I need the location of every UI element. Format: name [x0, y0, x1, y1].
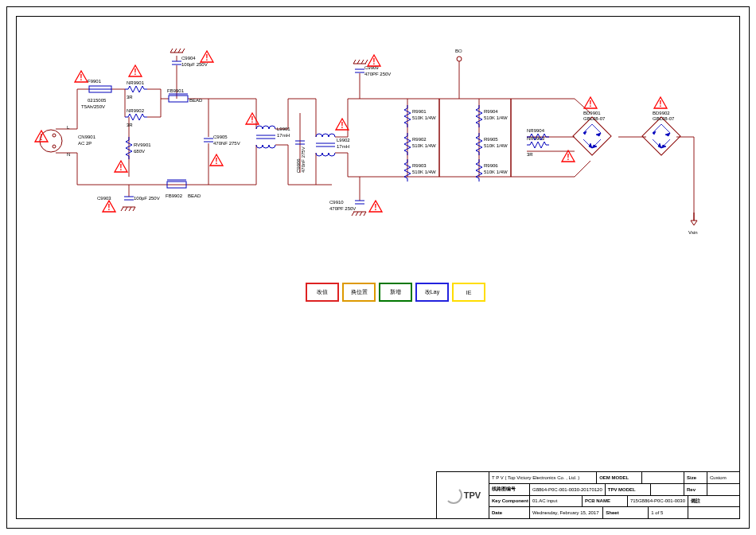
svg-text:N: N	[67, 152, 70, 157]
size-value: Custom	[707, 472, 739, 483]
warn-icon	[654, 97, 667, 108]
nr9901: NR9901 3R	[125, 80, 147, 100]
svg-text:3R: 3R	[127, 123, 133, 127]
svg-text:510K 1/4W: 510K 1/4W	[412, 115, 436, 120]
svg-text:510K 1/4W: 510K 1/4W	[484, 115, 508, 120]
svg-text:R9902: R9902	[412, 137, 427, 142]
note-label: 備註	[688, 496, 739, 507]
key-comp-value: 01.AC input	[530, 496, 583, 507]
c9910: C9910 470PF 250V	[329, 200, 364, 211]
oem-model-label: OEM MODEL	[597, 472, 642, 483]
warn-icon	[336, 119, 349, 130]
nr9903: NR9903 3R	[527, 136, 549, 157]
warn-icon	[210, 154, 223, 166]
date-label: Date	[489, 507, 530, 518]
svg-text:17mH: 17mH	[337, 144, 349, 149]
svg-text:0215005: 0215005	[88, 98, 107, 103]
svg-text:680V: 680V	[134, 149, 145, 154]
schematic-svg: !	[18, 18, 738, 495]
cn9901: L N CN9901 AC 2P	[40, 125, 96, 157]
warn-icon	[584, 97, 597, 108]
svg-text:BEAD: BEAD	[189, 98, 203, 103]
title-block: TPV T P V ( Top Victory Electronics Co. …	[436, 471, 740, 519]
svg-text:FB9901: FB9901	[167, 88, 185, 93]
svg-point-68	[53, 134, 56, 137]
svg-text:17mH: 17mH	[277, 133, 290, 138]
svg-text:RV9901: RV9901	[134, 143, 151, 147]
warn-icon	[201, 51, 213, 62]
warn-icon	[115, 161, 127, 172]
svg-text:510K 1/4W: 510K 1/4W	[484, 143, 508, 148]
c9909: C9909 470PF 250V	[355, 65, 391, 76]
warn-icon	[368, 55, 380, 66]
node-vsin: Vsin	[688, 213, 698, 235]
date-value: Wednesday, February 15, 2017	[530, 507, 603, 518]
warn-icon	[562, 150, 575, 162]
gnd-icon	[170, 49, 185, 53]
gnd-icon	[353, 60, 368, 64]
svg-text:510K 1/4W: 510K 1/4W	[412, 170, 436, 174]
title-table: T P V ( Top Victory Electronics Co. , Lt…	[489, 472, 739, 518]
svg-text:NR9902: NR9902	[127, 108, 145, 113]
rev-label: Rev	[684, 484, 707, 495]
c9906: C9906 470nF 275V	[295, 141, 306, 173]
schematic-no-label: 线路图编号	[489, 484, 530, 495]
r9905: R9905 510K 1/4W	[476, 133, 508, 155]
c9903: C9903 100pF 250V	[97, 196, 160, 201]
legend-item: 改值	[306, 283, 339, 302]
pcb-name-value: 715G8864-P0C-001-0030	[628, 496, 688, 507]
gnd-icon	[352, 212, 366, 216]
gnd-icon	[121, 207, 135, 211]
svg-text:C9904: C9904	[181, 56, 196, 61]
rev-value	[707, 484, 739, 495]
svg-text:AC 2P: AC 2P	[78, 141, 92, 146]
fb9902: FB9902 BEAD	[166, 180, 201, 198]
r9903: R9903 510K 1/4W	[404, 159, 436, 182]
svg-text:BEAD: BEAD	[188, 193, 201, 198]
r9901: R9901 510K 1/4W	[404, 105, 436, 127]
warn-icon	[103, 201, 115, 212]
r9906: R9906 510K 1/4W	[476, 159, 508, 182]
svg-text:GBL08-07: GBL08-07	[653, 116, 675, 121]
schematic-area: !	[18, 18, 738, 495]
warn-icon	[246, 113, 259, 124]
key-comp-label: Key Component	[489, 496, 530, 507]
svg-text:NR9901: NR9901	[127, 80, 145, 85]
bd9901: BD9901 GBL08-07	[573, 111, 611, 155]
nr9902: NR9902 3R	[125, 108, 147, 127]
tpv-model-label: TPV MODEL	[606, 484, 651, 495]
svg-text:FB9902: FB9902	[166, 193, 183, 198]
c9905: C9905 470NF 275V	[204, 135, 240, 146]
warn-icon	[35, 131, 48, 142]
schematic-no-value: G8864-P0C-001-0030-20170120	[530, 484, 606, 495]
legend-item: 新增	[379, 283, 412, 302]
sheet-value: 1 of 5	[649, 507, 688, 518]
svg-text:470NF 275V: 470NF 275V	[213, 141, 240, 146]
svg-text:470PF 250V: 470PF 250V	[364, 72, 391, 76]
svg-text:100pF 250V: 100pF 250V	[134, 196, 160, 201]
tpv-swoosh-icon	[445, 486, 462, 504]
legend-item: 改Lay	[415, 283, 449, 302]
svg-text:C9905: C9905	[213, 135, 228, 139]
svg-text:510K 1/4W: 510K 1/4W	[484, 170, 508, 174]
tpv-logo: TPV	[437, 472, 489, 518]
svg-text:510K 1/4W: 510K 1/4W	[412, 143, 436, 148]
size-label: Size	[684, 472, 707, 483]
legend-item: 换位置	[342, 283, 376, 302]
note-value	[688, 507, 739, 518]
svg-text:R9905: R9905	[484, 137, 498, 142]
svg-text:BD9901: BD9901	[583, 111, 601, 115]
svg-text:BO: BO	[455, 49, 462, 53]
svg-text:F9901: F9901	[88, 79, 102, 84]
schematic-sheet: !	[0, 0, 756, 535]
node-bo: BO	[455, 49, 462, 61]
r9902: R9902 510K 1/4W	[404, 133, 436, 155]
svg-text:R9903: R9903	[412, 163, 427, 168]
tpv-model-value	[651, 484, 684, 495]
sheet-label: Sheet	[603, 507, 649, 518]
svg-text:R9904: R9904	[484, 109, 498, 114]
svg-text:470PF 250V: 470PF 250V	[329, 206, 356, 211]
r9904: R9904 510K 1/4W	[476, 105, 508, 127]
oem-model-value	[642, 472, 684, 483]
svg-line-63	[575, 161, 590, 177]
